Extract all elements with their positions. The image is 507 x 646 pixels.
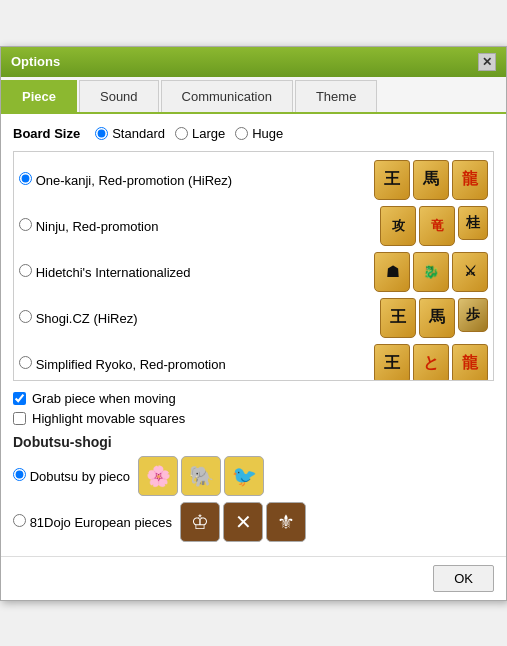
dobutsu-pieco-radio[interactable] bbox=[13, 468, 26, 481]
content-area: Board Size Standard Large Huge One-kanji… bbox=[1, 114, 506, 556]
dobutsu-european-option: 81Dojo European pieces ♔ ✕ ⚜ bbox=[13, 502, 494, 542]
board-size-standard[interactable]: Standard bbox=[95, 126, 165, 141]
piece-ninju-text: Ninju, Red-promotion bbox=[36, 219, 159, 234]
board-size-large[interactable]: Large bbox=[175, 126, 225, 141]
piece-hidetchi-img-1: ☗ bbox=[374, 252, 410, 292]
board-size-huge-radio[interactable] bbox=[235, 127, 248, 140]
close-button[interactable]: ✕ bbox=[478, 53, 496, 71]
board-size-huge-label: Huge bbox=[252, 126, 283, 141]
piece-ryoko-label[interactable]: Simplified Ryoko, Red-promotion bbox=[19, 356, 226, 372]
piece-ninju-label[interactable]: Ninju, Red-promotion bbox=[19, 218, 158, 234]
piece-ryoko-img-1: 王 bbox=[374, 344, 410, 381]
dobutsu-pieco-text: Dobutsu by pieco bbox=[30, 469, 130, 484]
piece-hidetchi-radio[interactable] bbox=[19, 264, 32, 277]
highlight-row: Highlight movable squares bbox=[13, 411, 494, 426]
dobutsu-european-img-2: ✕ bbox=[223, 502, 263, 542]
options-dialog: Options ✕ Piece Sound Communication Them… bbox=[0, 46, 507, 601]
piece-ryoko-images: 王 と 龍 bbox=[374, 344, 488, 381]
piece-one-kanji-text: One-kanji, Red-promotion (HiRez) bbox=[36, 173, 233, 188]
dialog-title: Options bbox=[11, 54, 60, 69]
board-size-standard-radio[interactable] bbox=[95, 127, 108, 140]
dobutsu-img-lion: 🌸 bbox=[138, 456, 178, 496]
tab-piece[interactable]: Piece bbox=[1, 80, 77, 112]
dobutsu-pieco-images: 🌸 🐘 🐦 bbox=[138, 456, 264, 496]
highlight-label[interactable]: Highlight movable squares bbox=[32, 411, 185, 426]
dobutsu-img-giraffe: 🐦 bbox=[224, 456, 264, 496]
dobutsu-european-radio[interactable] bbox=[13, 514, 26, 527]
piece-shogi-cz-label[interactable]: Shogi.CZ (HiRez) bbox=[19, 310, 137, 326]
tab-theme[interactable]: Theme bbox=[295, 80, 377, 112]
ok-button[interactable]: OK bbox=[433, 565, 494, 592]
piece-shogi-cz-img-2: 馬 bbox=[419, 298, 455, 338]
piece-option-shogi-cz: Shogi.CZ (HiRez) 王 馬 歩 bbox=[19, 295, 488, 341]
board-size-large-label: Large bbox=[192, 126, 225, 141]
dobutsu-european-text: 81Dojo European pieces bbox=[30, 515, 172, 530]
piece-ryoko-img-3: 龍 bbox=[452, 344, 488, 381]
piece-option-ninju: Ninju, Red-promotion 攻 竜 桂 bbox=[19, 203, 488, 249]
piece-option-ryoko: Simplified Ryoko, Red-promotion 王 と 龍 bbox=[19, 341, 488, 381]
piece-hidetchi-img-2: 🐉 bbox=[413, 252, 449, 292]
piece-ryoko-text: Simplified Ryoko, Red-promotion bbox=[36, 357, 226, 372]
piece-one-kanji-radio[interactable] bbox=[19, 172, 32, 185]
piece-shogi-cz-radio[interactable] bbox=[19, 310, 32, 323]
piece-ryoko-img-2: と bbox=[413, 344, 449, 381]
piece-ninju-images: 攻 竜 桂 bbox=[380, 206, 488, 246]
piece-hidetchi-text: Hidetchi's Internationalized bbox=[36, 265, 191, 280]
piece-img-3: 龍 bbox=[452, 160, 488, 200]
highlight-checkbox[interactable] bbox=[13, 412, 26, 425]
piece-hidetchi-img-3: ⚔ bbox=[452, 252, 488, 292]
piece-ninju-img-2: 竜 bbox=[419, 206, 455, 246]
piece-shogi-cz-text: Shogi.CZ (HiRez) bbox=[36, 311, 138, 326]
piece-shogi-cz-img-3: 歩 bbox=[458, 298, 488, 332]
piece-one-kanji-label[interactable]: One-kanji, Red-promotion (HiRez) bbox=[19, 172, 232, 188]
board-size-label: Board Size bbox=[13, 126, 80, 141]
tab-sound[interactable]: Sound bbox=[79, 80, 159, 112]
dobutsu-section-title: Dobutsu-shogi bbox=[13, 434, 494, 450]
piece-ryoko-radio[interactable] bbox=[19, 356, 32, 369]
piece-hidetchi-label[interactable]: Hidetchi's Internationalized bbox=[19, 264, 191, 280]
dobutsu-european-images: ♔ ✕ ⚜ bbox=[180, 502, 306, 542]
grab-piece-label[interactable]: Grab piece when moving bbox=[32, 391, 176, 406]
piece-option-one-kanji: One-kanji, Red-promotion (HiRez) 王 馬 龍 bbox=[19, 157, 488, 203]
grab-piece-row: Grab piece when moving bbox=[13, 391, 494, 406]
dobutsu-img-elephant: 🐘 bbox=[181, 456, 221, 496]
board-size-huge[interactable]: Huge bbox=[235, 126, 283, 141]
tab-communication[interactable]: Communication bbox=[161, 80, 293, 112]
piece-img-1: 王 bbox=[374, 160, 410, 200]
dobutsu-european-img-1: ♔ bbox=[180, 502, 220, 542]
piece-list[interactable]: One-kanji, Red-promotion (HiRez) 王 馬 龍 N… bbox=[13, 151, 494, 381]
piece-shogi-cz-images: 王 馬 歩 bbox=[380, 298, 488, 338]
dobutsu-european-label[interactable]: 81Dojo European pieces bbox=[13, 514, 172, 530]
board-size-standard-label: Standard bbox=[112, 126, 165, 141]
dialog-footer: OK bbox=[1, 556, 506, 600]
board-size-large-radio[interactable] bbox=[175, 127, 188, 140]
tab-bar: Piece Sound Communication Theme bbox=[1, 77, 506, 114]
dobutsu-pieco-option: Dobutsu by pieco 🌸 🐘 🐦 bbox=[13, 456, 494, 496]
piece-hidetchi-images: ☗ 🐉 ⚔ bbox=[374, 252, 488, 292]
piece-option-hidetchi: Hidetchi's Internationalized ☗ 🐉 ⚔ bbox=[19, 249, 488, 295]
piece-one-kanji-images: 王 馬 龍 bbox=[374, 160, 488, 200]
dobutsu-european-img-3: ⚜ bbox=[266, 502, 306, 542]
title-bar: Options ✕ bbox=[1, 47, 506, 77]
dobutsu-pieco-label[interactable]: Dobutsu by pieco bbox=[13, 468, 130, 484]
piece-shogi-cz-img-1: 王 bbox=[380, 298, 416, 338]
board-size-row: Board Size Standard Large Huge bbox=[13, 126, 494, 141]
piece-img-2: 馬 bbox=[413, 160, 449, 200]
grab-piece-checkbox[interactable] bbox=[13, 392, 26, 405]
piece-ninju-img-3: 桂 bbox=[458, 206, 488, 240]
piece-ninju-radio[interactable] bbox=[19, 218, 32, 231]
piece-ninju-img-1: 攻 bbox=[380, 206, 416, 246]
